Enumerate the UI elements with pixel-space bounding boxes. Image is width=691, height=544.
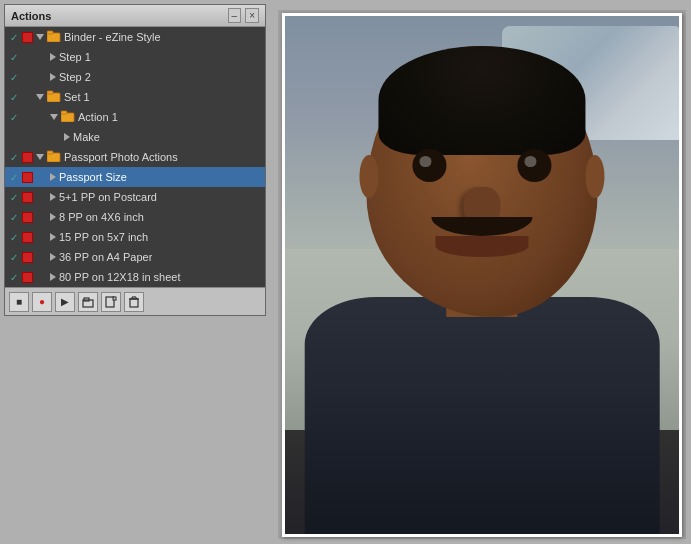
action-item-1[interactable]: ✓Step 1 (5, 47, 265, 67)
expand-triangle-6[interactable] (36, 154, 44, 160)
checkbox-11[interactable]: ✓ (7, 250, 21, 264)
action-triangle-2 (50, 73, 56, 81)
actions-list: ✓Binder - eZine Style✓Step 1✓Step 2✓Set … (5, 27, 265, 287)
red-indicator-6 (22, 152, 33, 163)
red-indicator-7 (22, 172, 33, 183)
action-item-10[interactable]: ✓15 PP on 5x7 inch (5, 227, 265, 247)
checkbox-8[interactable]: ✓ (7, 190, 21, 204)
svg-rect-11 (113, 297, 116, 300)
action-triangle-1 (50, 53, 56, 61)
action-triangle-11 (50, 253, 56, 261)
checkbox-12[interactable]: ✓ (7, 270, 21, 284)
panel-title: Actions (11, 10, 226, 22)
svg-rect-3 (47, 91, 53, 94)
item-label-3: Set 1 (64, 91, 90, 103)
red-indicator-0 (22, 32, 33, 43)
action-item-8[interactable]: ✓5+1 PP on Postcard (5, 187, 265, 207)
action-triangle-7 (50, 173, 56, 181)
action-item-5[interactable]: Make (5, 127, 265, 147)
folder-icon-6 (47, 150, 61, 164)
checkbox-0[interactable]: ✓ (7, 30, 21, 44)
red-indicator-11 (22, 252, 33, 263)
photo-frame (282, 13, 682, 537)
panel-header: Actions – × (5, 5, 265, 27)
checkbox-7[interactable]: ✓ (7, 170, 21, 184)
panel-toolbar: ■ ● ▶ (5, 287, 265, 315)
item-label-2: Step 2 (59, 71, 91, 83)
action-item-6[interactable]: ✓Passport Photo Actions (5, 147, 265, 167)
item-label-5: Make (73, 131, 100, 143)
checkbox-6[interactable]: ✓ (7, 150, 21, 164)
svg-rect-1 (47, 31, 53, 34)
action-item-2[interactable]: ✓Step 2 (5, 67, 265, 87)
item-label-9: 8 PP on 4X6 inch (59, 211, 144, 223)
svg-rect-12 (130, 299, 138, 307)
item-label-7: Passport Size (59, 171, 127, 183)
checkbox-1[interactable]: ✓ (7, 50, 21, 64)
photo-container (278, 10, 686, 539)
new-set-button[interactable] (78, 292, 98, 312)
red-indicator-10 (22, 232, 33, 243)
action-item-9[interactable]: ✓8 PP on 4X6 inch (5, 207, 265, 227)
new-action-button[interactable] (101, 292, 121, 312)
play-button[interactable]: ▶ (55, 292, 75, 312)
red-indicator-12 (22, 272, 33, 283)
expand-triangle-4[interactable] (50, 114, 58, 120)
panel-close-button[interactable]: × (245, 8, 259, 23)
action-item-0[interactable]: ✓Binder - eZine Style (5, 27, 265, 47)
folder-icon-3 (47, 90, 61, 104)
action-item-11[interactable]: ✓36 PP on A4 Paper (5, 247, 265, 267)
item-label-8: 5+1 PP on Postcard (59, 191, 157, 203)
checkbox-4[interactable]: ✓ (7, 110, 21, 124)
action-triangle-10 (50, 233, 56, 241)
action-triangle-5 (64, 133, 70, 141)
red-indicator-9 (22, 212, 33, 223)
checkbox-9[interactable]: ✓ (7, 210, 21, 224)
item-label-6: Passport Photo Actions (64, 151, 178, 163)
item-label-0: Binder - eZine Style (64, 31, 161, 43)
action-item-4[interactable]: ✓Action 1 (5, 107, 265, 127)
action-triangle-9 (50, 213, 56, 221)
action-triangle-8 (50, 193, 56, 201)
checkbox-5[interactable] (7, 130, 21, 144)
expand-triangle-0[interactable] (36, 34, 44, 40)
portrait-image (285, 16, 679, 534)
checkbox-3[interactable]: ✓ (7, 90, 21, 104)
item-label-10: 15 PP on 5x7 inch (59, 231, 148, 243)
item-label-11: 36 PP on A4 Paper (59, 251, 152, 263)
folder-icon-0 (47, 30, 61, 44)
svg-rect-5 (61, 111, 67, 114)
action-item-7[interactable]: ✓Passport Size (5, 167, 265, 187)
panel-minimize-button[interactable]: – (228, 8, 242, 23)
item-label-12: 80 PP on 12X18 in sheet (59, 271, 181, 283)
record-button[interactable]: ● (32, 292, 52, 312)
svg-rect-7 (47, 151, 53, 154)
action-triangle-12 (50, 273, 56, 281)
action-item-12[interactable]: ✓80 PP on 12X18 in sheet (5, 267, 265, 287)
delete-button[interactable] (124, 292, 144, 312)
action-item-3[interactable]: ✓Set 1 (5, 87, 265, 107)
item-label-1: Step 1 (59, 51, 91, 63)
checkbox-2[interactable]: ✓ (7, 70, 21, 84)
expand-triangle-3[interactable] (36, 94, 44, 100)
item-label-4: Action 1 (78, 111, 118, 123)
stop-button[interactable]: ■ (9, 292, 29, 312)
red-indicator-8 (22, 192, 33, 203)
folder-icon-4 (61, 110, 75, 124)
actions-panel: Actions – × ✓Binder - eZine Style✓Step 1… (4, 4, 266, 316)
checkbox-10[interactable]: ✓ (7, 230, 21, 244)
